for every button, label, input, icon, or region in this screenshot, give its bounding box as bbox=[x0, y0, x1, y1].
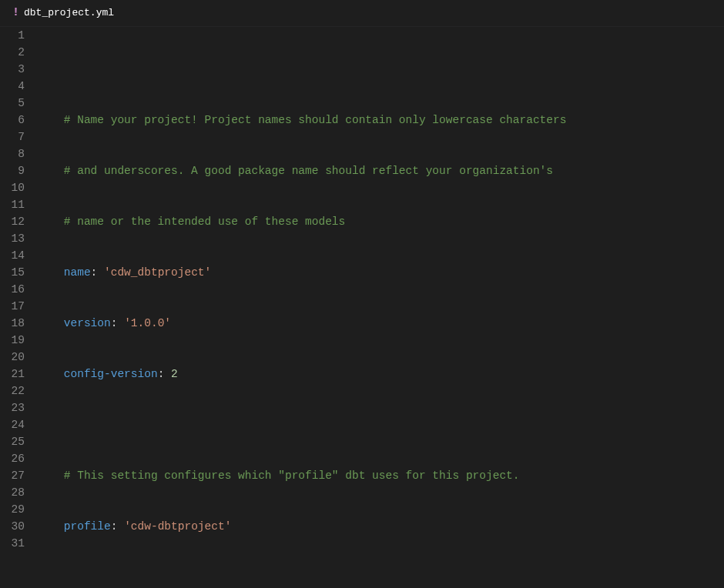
line-number: 31 bbox=[0, 535, 25, 552]
line-number: 3 bbox=[0, 61, 25, 78]
code-line: # Name your project! Project names shoul… bbox=[37, 112, 724, 129]
editor[interactable]: 1 2 3 4 5 6 7 8 9 10 11 12 13 14 15 16 1… bbox=[0, 27, 724, 588]
line-number: 26 bbox=[0, 450, 25, 467]
line-number: 27 bbox=[0, 467, 25, 484]
tab-dbt-project[interactable]: ! dbt_project.yml bbox=[0, 0, 126, 26]
code-line bbox=[37, 569, 724, 586]
line-number: 1 bbox=[0, 27, 25, 44]
line-number: 15 bbox=[0, 264, 25, 281]
tab-filename: dbt_project.yml bbox=[24, 5, 114, 22]
code-line: config-version: 2 bbox=[37, 366, 724, 383]
line-number: 7 bbox=[0, 129, 25, 145]
code-line: # This setting configures which "profile… bbox=[37, 467, 724, 484]
line-number: 25 bbox=[0, 433, 25, 450]
line-number: 11 bbox=[0, 196, 25, 213]
line-number: 9 bbox=[0, 162, 25, 179]
line-number: 12 bbox=[0, 213, 25, 230]
code-area[interactable]: # Name your project! Project names shoul… bbox=[37, 27, 724, 588]
line-number: 17 bbox=[0, 298, 25, 315]
line-number: 23 bbox=[0, 399, 25, 416]
code-line: # and underscores. A good package name s… bbox=[37, 162, 724, 179]
line-number: 5 bbox=[0, 95, 25, 112]
line-number: 14 bbox=[0, 247, 25, 264]
line-number: 29 bbox=[0, 501, 25, 518]
line-number: 30 bbox=[0, 518, 25, 535]
tab-bar: ! dbt_project.yml bbox=[0, 0, 724, 27]
line-number: 4 bbox=[0, 78, 25, 95]
line-number: 13 bbox=[0, 230, 25, 247]
code-line: profile: 'cdw-dbtproject' bbox=[37, 518, 724, 535]
line-number: 22 bbox=[0, 383, 25, 399]
line-number: 2 bbox=[0, 44, 25, 61]
code-line bbox=[37, 61, 724, 78]
line-number-gutter: 1 2 3 4 5 6 7 8 9 10 11 12 13 14 15 16 1… bbox=[0, 27, 37, 588]
line-number: 16 bbox=[0, 281, 25, 298]
line-number: 6 bbox=[0, 112, 25, 129]
line-number: 21 bbox=[0, 366, 25, 383]
line-number: 19 bbox=[0, 332, 25, 349]
yaml-icon: ! bbox=[12, 5, 19, 22]
code-line: # name or the intended use of these mode… bbox=[37, 213, 724, 230]
line-number: 8 bbox=[0, 145, 25, 162]
code-line: version: '1.0.0' bbox=[37, 315, 724, 332]
code-line: name: 'cdw_dbtproject' bbox=[37, 264, 724, 281]
line-number: 24 bbox=[0, 416, 25, 433]
line-number: 18 bbox=[0, 315, 25, 332]
line-number: 10 bbox=[0, 179, 25, 196]
line-number: 28 bbox=[0, 484, 25, 501]
line-number: 20 bbox=[0, 349, 25, 366]
code-line bbox=[37, 416, 724, 433]
